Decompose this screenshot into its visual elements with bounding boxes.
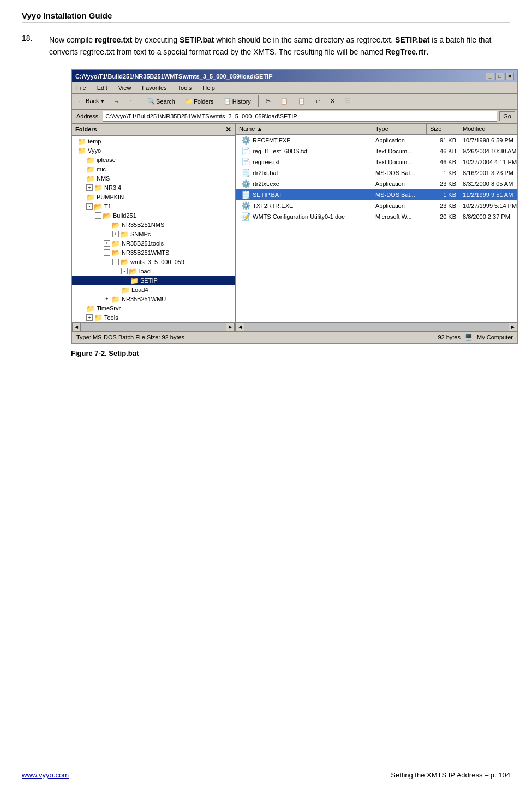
file-hscroll-right[interactable]: ▶	[509, 322, 517, 331]
title-bar-text: C:\Vyyo\T1\Build251\NR35B251WMTS\wmts_3_…	[75, 73, 273, 80]
folder-tree[interactable]: 📁 temp 📁 Vyyo 📁 iplease 📁 mic	[72, 136, 235, 322]
menu-favorites[interactable]: Favorites	[140, 83, 169, 92]
file-icon-setip-bat: 🗒️	[241, 190, 250, 199]
folder-icon-iplease: 📁	[86, 156, 95, 164]
history-button[interactable]: 📋 History	[220, 96, 255, 106]
folders-button[interactable]: 📁 Folders	[181, 96, 218, 106]
folder-icon-build251: 📂	[103, 212, 111, 220]
file-type-rtr2txt-exe: Application	[372, 180, 427, 188]
up-button[interactable]: ↑	[126, 97, 137, 106]
folder-panel-close[interactable]: ✕	[225, 125, 231, 134]
tree-item-iplease[interactable]: 📁 iplease	[72, 155, 235, 165]
title-bar-buttons[interactable]: _ □ ✕	[486, 73, 514, 80]
file-row-recfmt[interactable]: ⚙️ RECFMT.EXE Application 91 KB 10/7/199…	[236, 135, 517, 146]
tree-item-temp[interactable]: 📁 temp	[72, 137, 235, 146]
col-header-type[interactable]: Type	[372, 124, 427, 134]
tree-item-nr35b251nms[interactable]: - 📂 NR35B251NMS	[72, 220, 235, 230]
views-button[interactable]: ☰	[341, 96, 354, 106]
go-button[interactable]: Go	[499, 111, 515, 121]
tree-item-load4[interactable]: 📁 Load4	[72, 285, 235, 295]
figure-caption-text: Figure 7-2. Setip.bat	[71, 349, 139, 357]
tree-item-setip[interactable]: 📁 SETIP	[72, 276, 235, 285]
tree-item-t1[interactable]: - 📂 T1	[72, 202, 235, 211]
undo-button[interactable]: ↩	[312, 96, 324, 106]
file-hscroll-track[interactable]	[244, 323, 509, 331]
paste-button[interactable]: 📋	[294, 96, 309, 106]
tree-item-nr35b251wmts[interactable]: - 📂 NR35B251WMTS	[72, 248, 235, 258]
hscroll-left-btn[interactable]: ◀	[72, 322, 81, 331]
tree-item-pumpkin[interactable]: 📁 PUMPKIN	[72, 193, 235, 202]
file-row-rtr2txt-exe[interactable]: ⚙️ rtr2txt.exe Application 23 KB 8/31/20…	[236, 178, 517, 189]
tree-item-tools[interactable]: + 📁 Tools	[72, 313, 235, 322]
expand-icon-load[interactable]: -	[121, 268, 128, 274]
delete-button[interactable]: ✕	[326, 96, 339, 106]
close-button[interactable]: ✕	[505, 73, 514, 80]
file-size-reg-t1: 46 KB	[427, 147, 459, 155]
expand-icon-nr35b251tools[interactable]: +	[104, 240, 110, 247]
menu-edit[interactable]: Edit	[95, 83, 110, 92]
file-row-rtr2txt-bat[interactable]: 🗒️ rtr2txt.bat MS-DOS Bat... 1 KB 8/16/2…	[236, 167, 517, 178]
col-header-size[interactable]: Size	[427, 124, 459, 134]
file-size-recfmt: 91 KB	[427, 136, 459, 144]
expand-icon-nr35b251wmts[interactable]: -	[104, 249, 110, 256]
tree-item-build251[interactable]: - 📂 Build251	[72, 211, 235, 220]
expand-icon-nr35b251wmu[interactable]: +	[104, 296, 110, 302]
expand-icon-nr35b251nms[interactable]: -	[104, 222, 110, 228]
folder-icon-temp: 📁	[77, 137, 86, 146]
file-list-header: Name ▲ Type Size Modified	[236, 124, 517, 135]
file-row-wmts-doc[interactable]: 📝 WMTS Configuration Utility0-1.doc Micr…	[236, 211, 517, 222]
hscroll-right-btn[interactable]: ▶	[226, 322, 235, 331]
expand-icon-t1[interactable]: -	[86, 203, 93, 210]
cut-button[interactable]: ✂	[262, 96, 274, 106]
file-row-regtree[interactable]: 📄 regtree.txt Text Docum... 46 KB 10/27/…	[236, 157, 517, 167]
col-header-name[interactable]: Name ▲	[236, 124, 372, 134]
hscroll-track[interactable]	[81, 323, 226, 331]
folder-hscroll[interactable]: ◀ ▶	[72, 322, 235, 331]
file-row-setip-bat[interactable]: 🗒️ SETIP.BAT MS-DOS Bat... 1 KB 11/2/199…	[236, 189, 517, 200]
tree-item-nr34[interactable]: + 📁 NR3.4	[72, 183, 235, 193]
menu-view[interactable]: View	[116, 83, 134, 92]
expand-icon-build251[interactable]: -	[95, 212, 101, 219]
expand-icon-snmpc[interactable]: +	[112, 231, 119, 237]
folder-icon-load4: 📁	[121, 286, 130, 294]
folder-panel-header: Folders ✕	[72, 124, 235, 136]
tree-item-vyyo[interactable]: 📁 Vyyo	[72, 146, 235, 155]
tree-item-mic[interactable]: 📁 mic	[72, 165, 235, 174]
folders-icon: 📁	[185, 98, 193, 105]
menu-file[interactable]: File	[74, 83, 88, 92]
expand-icon-wmts355[interactable]: -	[112, 259, 119, 265]
back-button[interactable]: ← Back ▾	[74, 96, 108, 106]
tree-item-load[interactable]: - 📂 load	[72, 267, 235, 276]
file-row-txt2rtr[interactable]: ⚙️ TXT2RTR.EXE Application 23 KB 10/27/1…	[236, 200, 517, 211]
file-type-regtree: Text Docum...	[372, 158, 427, 166]
tree-item-nr35b251wmu[interactable]: + 📁 NR35B251WMU	[72, 295, 235, 304]
tree-item-nr35b251tools[interactable]: + 📁 NR35B251tools	[72, 239, 235, 248]
tree-label-load: load	[139, 268, 151, 274]
address-input[interactable]	[103, 111, 497, 122]
status-bar-computer: My Computer	[477, 334, 513, 340]
file-modified-rtr2txt-bat: 8/16/2001 3:23 PM	[459, 169, 517, 177]
maximize-button[interactable]: □	[495, 73, 504, 80]
file-row-reg-t1[interactable]: 📄 reg_t1_esf_60DS.txt Text Docum... 46 K…	[236, 146, 517, 157]
tree-label-vyyo: Vyyo	[88, 147, 101, 154]
tree-item-nms[interactable]: 📁 NMS	[72, 174, 235, 183]
file-hscroll[interactable]: ◀ ▶	[236, 322, 517, 331]
file-type-setip-bat: MS-DOS Bat...	[372, 191, 427, 199]
file-hscroll-left[interactable]: ◀	[236, 322, 244, 331]
col-header-modified[interactable]: Modified	[459, 124, 517, 134]
file-name-wmts-doc: 📝 WMTS Configuration Utility0-1.doc	[236, 212, 372, 222]
menu-tools[interactable]: Tools	[176, 83, 194, 92]
expand-icon-tools[interactable]: +	[86, 314, 93, 321]
file-list[interactable]: ⚙️ RECFMT.EXE Application 91 KB 10/7/199…	[236, 135, 517, 322]
menu-help[interactable]: Help	[200, 83, 217, 92]
minimize-button[interactable]: _	[486, 73, 494, 80]
tree-item-wmts355[interactable]: - 📂 wmts_3_5_000_059	[72, 258, 235, 267]
tree-item-timesrvr[interactable]: 📁 TimeSrvr	[72, 304, 235, 313]
tree-item-snmpc[interactable]: + 📁 SNMPc	[72, 230, 235, 239]
footer-left[interactable]: www.vyyo.com	[22, 771, 69, 779]
expand-icon-nr34[interactable]: +	[86, 184, 93, 191]
search-button[interactable]: 🔍 Search	[144, 96, 179, 106]
forward-button[interactable]: →	[110, 97, 124, 106]
folder-icon-nr35b251nms: 📂	[111, 221, 120, 229]
copy-button[interactable]: 📋	[277, 96, 292, 106]
